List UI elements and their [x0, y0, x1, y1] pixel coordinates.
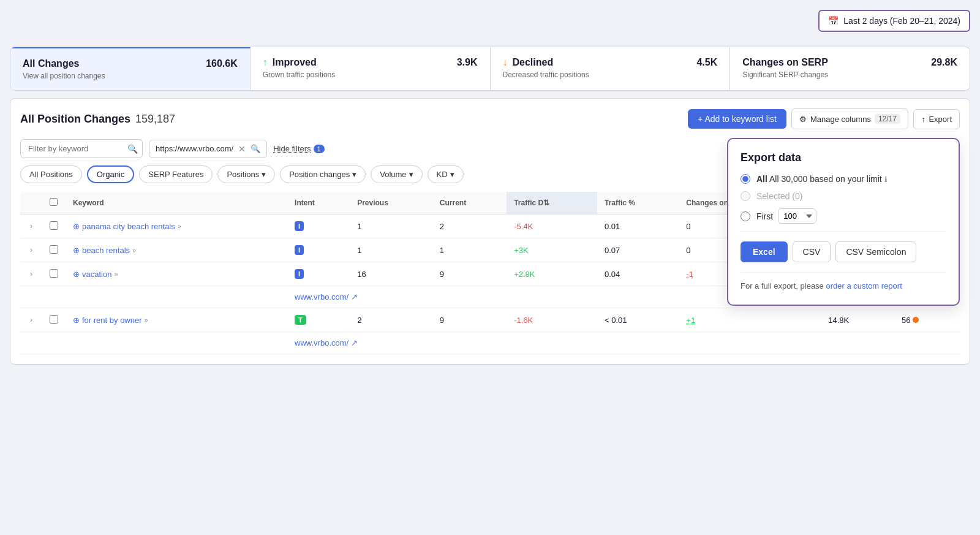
improved-title: ↑ Improved: [263, 57, 317, 68]
table-row-domain-4: www.vrbo.com/ ↗: [20, 332, 960, 354]
improved-subtitle: Grown traffic positions: [263, 70, 478, 79]
export-first-label: First: [756, 211, 773, 221]
arrow-up-icon: ↑: [263, 57, 268, 68]
col-traffic-diff[interactable]: Traffic D⇅: [507, 192, 597, 214]
tab-positions[interactable]: Positions ▾: [217, 165, 275, 183]
url-filter-clear-button[interactable]: ✕: [238, 144, 246, 154]
keyword-arrow-2: »: [132, 246, 136, 254]
keyword-filter-input[interactable]: [20, 139, 143, 158]
row-4-changes-serp: +1: [679, 308, 821, 332]
row-1-checkbox[interactable]: [50, 221, 58, 230]
keyword-link-4[interactable]: ⊕ for rent by owner »: [73, 316, 280, 325]
info-icon: ℹ: [884, 175, 888, 184]
custom-report-link[interactable]: order a custom report: [826, 281, 902, 290]
add-to-keyword-list-button[interactable]: + Add to keyword list: [688, 109, 786, 129]
summary-card-all-changes[interactable]: All Changes 160.6K View all position cha…: [10, 47, 251, 90]
export-selected-label: Selected (0): [756, 191, 802, 201]
export-first-row: First 100 500 1000: [756, 208, 816, 224]
table-count: 159,187: [135, 113, 175, 126]
intent-badge-2: I: [295, 245, 304, 255]
row-1-previous: 1: [350, 214, 432, 238]
keyword-link-2[interactable]: ⊕ beach rentals »: [73, 246, 280, 255]
plus-circle-icon-3: ⊕: [73, 270, 80, 279]
tab-kd[interactable]: KD ▾: [428, 165, 464, 183]
tab-position-changes[interactable]: Position changes ▾: [280, 165, 366, 183]
calendar-icon: 📅: [828, 16, 839, 26]
summary-card-changes-serp[interactable]: Changes on SERP 29.8K Significant SERP c…: [730, 47, 970, 90]
export-option-selected[interactable]: Selected (0): [741, 191, 946, 201]
hide-filters-button[interactable]: Hide filters 1: [273, 144, 325, 153]
export-button[interactable]: ↑ Export: [913, 109, 960, 129]
expand-row-4[interactable]: ›: [28, 314, 35, 325]
row-1-keyword: ⊕ panama city beach rentals »: [66, 214, 287, 238]
export-divider2: [741, 272, 946, 273]
row-3-previous: 16: [350, 262, 432, 286]
row-4-traffic-pct: < 0.01: [597, 308, 679, 332]
export-csv-button[interactable]: CSV: [793, 241, 831, 262]
changes-serp-title: Changes on SERP: [742, 57, 828, 68]
toolbar: All Position Changes 159,187 + Add to ke…: [20, 108, 960, 129]
export-csv-semicolon-button[interactable]: CSV Semicolon: [835, 241, 916, 262]
tab-all-positions[interactable]: All Positions: [20, 165, 82, 183]
gear-icon: ⚙: [799, 115, 807, 124]
expand-row-3[interactable]: ›: [28, 268, 35, 279]
export-excel-button[interactable]: Excel: [741, 241, 788, 262]
declined-count: 4.5K: [696, 57, 717, 68]
toolbar-right: + Add to keyword list ⚙ Manage columns 1…: [688, 108, 960, 129]
export-option-all[interactable]: All All 30,000 based on your limit ℹ: [741, 174, 946, 184]
row-3-current: 9: [432, 262, 507, 286]
row-1-traffic-diff: -5.4K: [507, 214, 597, 238]
export-all-label: All All 30,000 based on your limit ℹ: [756, 174, 888, 184]
external-link-icon-3: ↗: [351, 292, 358, 302]
plus-circle-icon-2: ⊕: [73, 246, 80, 255]
row-3-checkbox[interactable]: [50, 269, 58, 278]
changes-serp-count: 29.8K: [931, 57, 957, 68]
export-popup: Export data All All 30,000 based on your…: [727, 138, 960, 306]
summary-card-declined[interactable]: ↓ Declined 4.5K Decreased traffic positi…: [491, 47, 731, 90]
export-option-first[interactable]: First 100 500 1000: [741, 208, 946, 224]
arrow-down-icon: ↓: [503, 57, 508, 68]
table-row: › ⊕ for rent by owner » T 2 9 -1.6K < 0.…: [20, 308, 960, 332]
export-note: For a full export, please order a custom…: [741, 280, 946, 292]
expand-row-2[interactable]: ›: [28, 245, 35, 256]
tab-serp-features[interactable]: SERP Features: [139, 165, 213, 183]
tab-volume[interactable]: Volume ▾: [371, 165, 422, 183]
row-2-traffic-diff: +3K: [507, 238, 597, 262]
declined-title: ↓ Declined: [503, 57, 554, 68]
filter-count-badge: 1: [314, 145, 325, 153]
row-2-checkbox[interactable]: [50, 245, 58, 254]
export-first-select[interactable]: 100 500 1000: [778, 208, 816, 224]
date-picker-button[interactable]: 📅 Last 2 days (Feb 20–21, 2024): [818, 10, 970, 32]
keyword-search-icon[interactable]: 🔍: [127, 144, 138, 154]
col-checkbox: [42, 192, 66, 214]
row-4-current: 9: [432, 308, 507, 332]
manage-columns-button[interactable]: ⚙ Manage columns 12/17: [791, 108, 908, 129]
all-changes-title: All Changes: [23, 58, 79, 69]
select-all-checkbox[interactable]: [50, 198, 58, 206]
row-4-volume: 14.8K: [821, 308, 894, 332]
declined-subtitle: Decreased traffic positions: [503, 70, 718, 79]
keyword-filter-wrap: 🔍: [20, 139, 143, 158]
export-format-row: Excel CSV CSV Semicolon: [741, 241, 946, 262]
row-1-current: 2: [432, 214, 507, 238]
domain-link-4[interactable]: www.vrbo.com/ ↗: [295, 338, 952, 347]
row-1-traffic-pct: 0.01: [597, 214, 679, 238]
keyword-link-1[interactable]: ⊕ panama city beach rentals »: [73, 222, 280, 231]
export-selected-radio[interactable]: [741, 191, 750, 201]
keyword-arrow-1: »: [178, 222, 181, 230]
intent-badge-4: T: [295, 315, 306, 325]
export-all-radio[interactable]: [741, 174, 750, 184]
export-first-radio[interactable]: [741, 211, 750, 221]
tab-organic[interactable]: Organic: [87, 165, 135, 183]
summary-card-improved[interactable]: ↑ Improved 3.9K Grown traffic positions: [251, 47, 491, 90]
row-2-current: 1: [432, 238, 507, 262]
row-4-checkbox[interactable]: [50, 315, 58, 324]
row-3-traffic-pct: 0.04: [597, 262, 679, 286]
url-filter-search-icon[interactable]: 🔍: [251, 144, 260, 153]
row-4-keyword: ⊕ for rent by owner »: [66, 308, 287, 332]
col-keyword: Keyword: [66, 192, 287, 214]
upload-icon: ↑: [921, 115, 925, 124]
keyword-link-3[interactable]: ⊕ vacation »: [73, 270, 280, 279]
expand-row-1[interactable]: ›: [28, 221, 35, 232]
intent-badge-3: I: [295, 269, 304, 279]
